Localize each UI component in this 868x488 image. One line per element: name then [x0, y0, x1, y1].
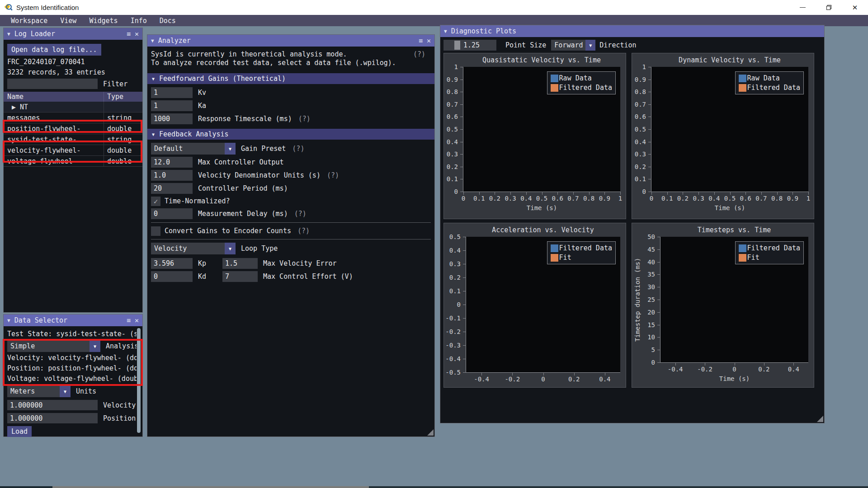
legend-entry[interactable]: Filtered Data: [739, 84, 800, 92]
menu-item-workspace[interactable]: Workspace: [5, 17, 53, 25]
chevron-down-icon[interactable]: ▼: [60, 385, 71, 397]
collapse-icon[interactable]: ▼: [151, 38, 154, 44]
close-button[interactable]: ✕: [842, 0, 868, 15]
load-button[interactable]: Load: [7, 426, 32, 437]
plot-legend[interactable]: Raw DataFiltered Data: [735, 71, 804, 94]
close-icon[interactable]: ✕: [135, 30, 139, 38]
collapse-icon[interactable]: ▼: [7, 318, 10, 324]
period-input[interactable]: 20: [151, 183, 193, 194]
max-vel-err-input[interactable]: 1.5: [222, 258, 258, 269]
table-row[interactable]: position-flywheel-double: [4, 123, 142, 134]
slider-grab[interactable]: [454, 41, 460, 50]
help-icon[interactable]: (?): [413, 50, 425, 59]
legend-entry[interactable]: Filtered Data: [551, 84, 612, 92]
table-row[interactable]: ▶ NT: [4, 102, 142, 113]
loop-type-dropdown[interactable]: Velocity ▼: [151, 243, 236, 254]
feedforward-section-header[interactable]: ▼ Feedforward Gains (Theoretical): [147, 73, 434, 84]
direction-dropdown[interactable]: Forward ▼: [551, 40, 595, 51]
plot-legend[interactable]: Filtered DataFit: [547, 241, 616, 264]
kv-input[interactable]: 1: [151, 87, 193, 98]
scrollbar[interactable]: [137, 328, 141, 433]
menu-item-view[interactable]: View: [55, 17, 82, 25]
table-row[interactable]: messagesstring: [4, 113, 142, 123]
column-name[interactable]: Name: [4, 93, 24, 101]
plot-area[interactable]: Filtered DataFit 05101520253035404550-0.…: [660, 237, 808, 363]
chevron-down-icon[interactable]: ▼: [585, 40, 595, 51]
ytick-label: 0.9: [635, 76, 646, 83]
menu-item-info[interactable]: Info: [125, 17, 152, 25]
legend-label: Fit: [559, 253, 571, 262]
chevron-down-icon[interactable]: ▼: [225, 143, 236, 155]
close-icon[interactable]: ✕: [427, 37, 431, 45]
menu-icon[interactable]: ≡: [127, 30, 131, 38]
close-icon[interactable]: ✕: [135, 316, 139, 324]
convert-gains-checkbox[interactable]: [151, 226, 160, 236]
plot-legend[interactable]: Filtered DataFit: [735, 241, 804, 264]
vel-denom-input[interactable]: 1.0: [151, 170, 193, 181]
kp-input[interactable]: 3.596: [151, 258, 193, 269]
help-icon[interactable]: (?): [327, 171, 339, 179]
legend-entry[interactable]: Filtered Data: [551, 244, 612, 252]
collapse-icon[interactable]: ▼: [444, 28, 447, 34]
legend-entry[interactable]: Raw Data: [551, 74, 612, 82]
scrollbar-thumb[interactable]: [137, 328, 141, 433]
ytick-mark: [657, 300, 660, 300]
help-icon[interactable]: (?): [294, 210, 307, 218]
max-effort-input[interactable]: 7: [222, 271, 258, 282]
feedback-section-header[interactable]: ▼ Feedback Analysis: [147, 129, 434, 140]
xtick-mark: [526, 192, 527, 195]
legend-entry[interactable]: Raw Data: [739, 74, 800, 82]
column-type[interactable]: Type: [104, 92, 143, 102]
xtick-label: 1: [807, 195, 810, 202]
help-icon[interactable]: (?): [292, 145, 304, 153]
timescale-input[interactable]: 1000: [151, 113, 193, 124]
chevron-down-icon[interactable]: ▼: [225, 243, 236, 254]
menu-icon[interactable]: ≡: [419, 37, 423, 45]
analysis-dropdown[interactable]: Simple ▼: [7, 340, 100, 352]
legend-entry[interactable]: Filtered Data: [739, 244, 800, 252]
plot-area[interactable]: Raw DataFiltered Data 00.10.20.30.40.50.…: [463, 67, 620, 192]
diagnostic-plots-header[interactable]: ▼ Diagnostic Plots: [440, 25, 824, 37]
analyzer-header[interactable]: ▼ Analyzer ≡ ✕: [147, 35, 434, 47]
gain-preset-dropdown[interactable]: Default ▼: [151, 143, 236, 155]
filter-input[interactable]: [7, 79, 98, 89]
plot-area[interactable]: Filtered DataFit -0.5-0.4-0.3-0.2-0.100.…: [466, 237, 620, 373]
kd-input[interactable]: 0: [151, 271, 193, 282]
ka-input[interactable]: 1: [151, 100, 193, 111]
collapse-icon[interactable]: ▼: [152, 132, 155, 137]
help-icon[interactable]: (?): [298, 115, 311, 123]
max-output-input[interactable]: 12.0: [151, 157, 193, 168]
resize-grip[interactable]: [817, 416, 823, 422]
collapse-icon[interactable]: ▼: [152, 76, 155, 81]
table-header[interactable]: Name Type: [4, 92, 142, 102]
collapse-icon[interactable]: ▼: [7, 31, 10, 37]
resize-grip[interactable]: [427, 429, 434, 436]
legend-entry[interactable]: Fit: [551, 253, 612, 262]
position-units-input[interactable]: 1.000000: [7, 413, 98, 423]
menu-item-docs[interactable]: Docs: [154, 17, 181, 25]
legend-entry[interactable]: Fit: [739, 253, 800, 262]
help-icon[interactable]: (?): [297, 227, 310, 235]
xaxis-label: Time (s): [527, 204, 557, 211]
data-selector-header[interactable]: ▼ Data Selector ≡ ✕: [4, 314, 142, 326]
table-row[interactable]: velocity-flywheel-double: [4, 145, 142, 156]
menu-icon[interactable]: ≡: [127, 316, 131, 324]
table-row[interactable]: voltage-flywheel-double: [4, 156, 142, 167]
minimize-button[interactable]: [789, 0, 816, 15]
plot-area[interactable]: Raw DataFiltered Data 00.10.20.30.40.50.…: [651, 67, 808, 192]
chevron-down-icon[interactable]: ▼: [90, 340, 100, 352]
open-log-button[interactable]: Open data log file...: [7, 44, 101, 56]
units-dropdown[interactable]: Meters ▼: [7, 385, 71, 397]
velocity-units-input[interactable]: 1.000000: [7, 400, 98, 410]
point-size-slider[interactable]: 1.25: [443, 40, 496, 51]
app-icon: [4, 3, 13, 12]
delay-input[interactable]: 0: [151, 208, 193, 219]
table-row[interactable]: sysid-test-state-string: [4, 134, 142, 145]
menu-item-widgets[interactable]: Widgets: [84, 17, 123, 25]
log-file-stats: 3232 records, 33 entries: [7, 68, 139, 77]
log-loader-header[interactable]: ▼ Log Loader ≡ ✕: [4, 28, 142, 40]
restore-button[interactable]: [816, 0, 842, 15]
max-vel-err-label: Max Velocity Error: [263, 259, 337, 267]
time-normalized-checkbox[interactable]: ✓: [151, 197, 160, 206]
plot-legend[interactable]: Raw DataFiltered Data: [547, 71, 616, 94]
